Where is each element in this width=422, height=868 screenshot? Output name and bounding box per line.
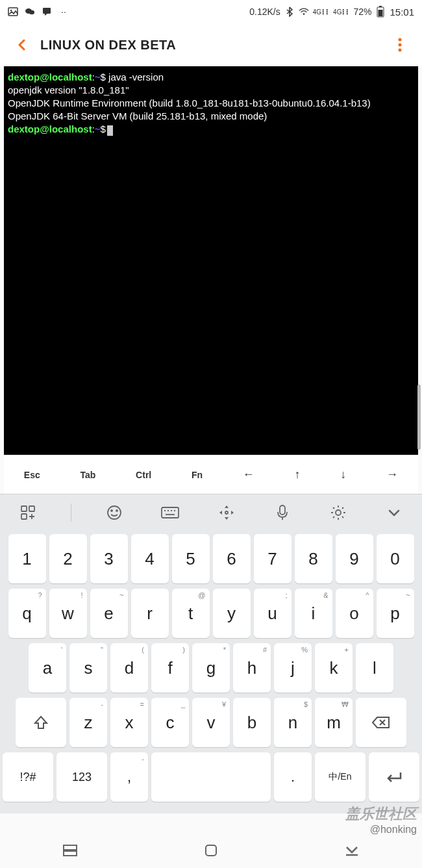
key-9[interactable]: 9 [336,534,373,583]
key-8[interactable]: 8 [295,534,332,583]
key-sup: # [263,646,267,654]
page-title: LINUX ON DEX BETA [40,38,176,53]
key-p[interactable]: p~ [377,589,414,638]
collapse-keyboard-icon[interactable] [381,500,407,526]
comma-key[interactable]: -, [110,752,148,802]
svg-rect-8 [379,10,383,16]
arrow-up-key[interactable]: ↑ [292,463,303,487]
terminal-line: openjdk version "1.8.0_181" [8,84,129,96]
chat-icon [42,6,52,17]
prompt-user: dextop@localhost [8,123,92,134]
tab-key[interactable]: Tab [78,465,99,485]
back-button[interactable] [9,32,35,58]
wifi-icon [299,6,309,17]
svg-rect-14 [21,514,27,519]
terminal-cmd: java -version [106,71,164,83]
key-e[interactable]: e~ [90,589,128,638]
home-button[interactable] [185,839,237,862]
key-7[interactable]: 7 [254,534,292,583]
key-d[interactable]: d( [110,643,148,693]
svg-rect-27 [64,845,77,850]
grid-add-icon[interactable] [15,500,41,526]
fn-key[interactable]: Fn [189,465,205,485]
key-sup: ₩ [341,700,349,709]
key-r[interactable]: r [131,589,169,638]
keyboard-icon[interactable] [157,500,183,526]
prompt-path: ~ [95,123,101,134]
svg-rect-12 [21,506,27,511]
svg-point-5 [303,13,304,15]
svg-point-1 [10,10,12,11]
svg-point-16 [111,510,112,511]
svg-rect-28 [64,851,77,856]
key-j[interactable]: j% [274,643,312,693]
gear-icon[interactable] [325,500,351,526]
key-y[interactable]: y [213,589,251,638]
svg-rect-13 [29,506,34,511]
keyboard-toolbar [0,494,422,530]
key-3[interactable]: 3 [90,534,128,583]
prompt-user: dextop@localhost [8,71,92,83]
svg-point-17 [116,510,118,511]
key-g[interactable]: g* [192,643,230,693]
terminal-scrollbar[interactable] [417,385,421,450]
key-h[interactable]: h# [233,643,271,693]
key-w[interactable]: w! [49,589,87,638]
key-q[interactable]: q? [8,589,46,638]
arrow-right-key[interactable]: → [384,463,401,487]
svg-rect-18 [162,507,179,518]
key-i[interactable]: i& [295,589,332,638]
key-4[interactable]: 4 [131,534,169,583]
bluetooth-icon [284,6,295,17]
key-l[interactable]: l [356,643,393,693]
status-bar: ·· 0.12K/s 4G⫶⫶ 4G⫶⫶ 72% 15:01 [0,0,422,23]
symbols-key[interactable]: !?# [3,752,53,802]
period-key[interactable]: . [274,752,312,802]
key-m[interactable]: m₩ [315,698,353,747]
key-sup: = [140,700,144,708]
clock: 15:01 [390,6,414,18]
key-5[interactable]: 5 [172,534,210,583]
key-s[interactable]: s" [69,643,107,693]
key-b[interactable]: b [233,698,271,747]
emoji-icon[interactable] [101,500,127,526]
key-0[interactable]: 0 [377,534,414,583]
recents-button[interactable] [44,839,96,862]
keyboard-hide-button[interactable] [326,839,378,862]
key-k[interactable]: k+ [315,643,353,693]
overflow-menu-button[interactable] [387,32,413,58]
soft-keyboard: 1234567890 q?w!e~rt@yu;i&o^p~ a's"d(f)g*… [0,530,422,813]
key-n[interactable]: n$ [274,698,312,747]
key-t[interactable]: t@ [172,589,210,638]
key-x[interactable]: x= [110,698,148,747]
key-sup: $ [304,700,308,708]
key-6[interactable]: 6 [213,534,251,583]
enter-key[interactable] [369,752,419,802]
svg-point-26 [336,510,341,515]
dpad-icon[interactable] [214,500,240,526]
toolbar-divider [71,504,71,522]
numeric-key[interactable]: 123 [56,752,107,802]
wechat-icon [25,6,35,17]
key-o[interactable]: o^ [336,589,373,638]
key-v[interactable]: v¥ [192,698,230,747]
navigation-bar [0,833,422,868]
arrow-down-key[interactable]: ↓ [338,463,349,487]
key-f[interactable]: f) [151,643,189,693]
language-key[interactable]: 中/En [315,752,366,802]
key-1[interactable]: 1 [8,534,46,583]
shift-key[interactable] [16,698,66,747]
key-z[interactable]: z- [69,698,107,747]
key-2[interactable]: 2 [49,534,87,583]
arrow-left-key[interactable]: ← [240,463,257,487]
space-key[interactable] [151,752,271,802]
terminal-output[interactable]: dextop@localhost:~$ java -version openjd… [4,66,418,455]
key-u[interactable]: u; [254,589,292,638]
ctrl-key[interactable]: Ctrl [133,465,154,485]
network-speed: 0.12K/s [249,6,280,17]
esc-key[interactable]: Esc [21,465,43,485]
backspace-key[interactable] [356,698,406,747]
mic-icon[interactable] [269,500,295,526]
key-c[interactable]: c_ [151,698,189,747]
key-a[interactable]: a' [29,643,66,693]
